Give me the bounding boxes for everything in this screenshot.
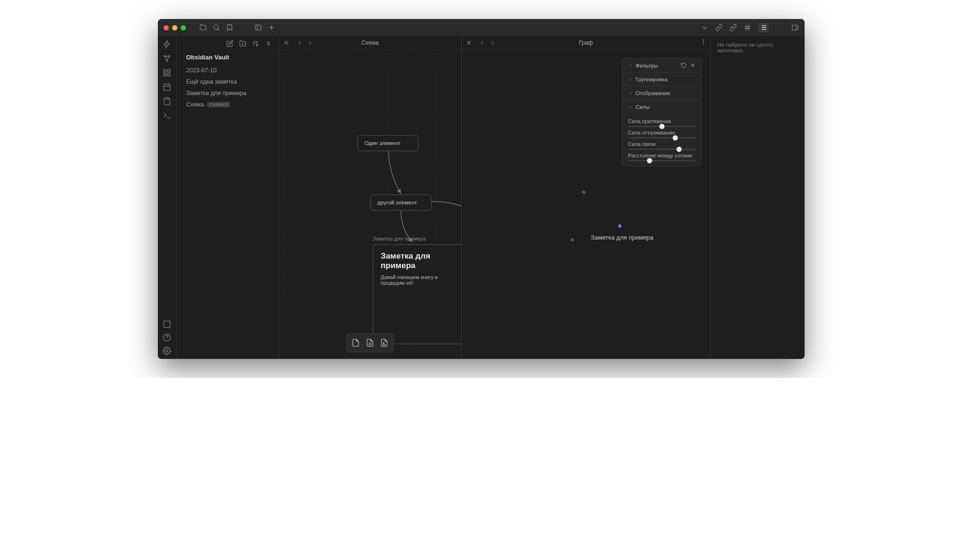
ribbon [158, 36, 177, 359]
help-icon[interactable] [163, 333, 171, 342]
svg-rect-24 [164, 84, 170, 91]
slider-label: Сила притяжения [628, 118, 696, 124]
close-settings-icon[interactable] [690, 62, 696, 68]
canvas-toolbar [346, 333, 394, 352]
app-window: Obsidian Vault 2023-07-10 Ещё одна замет… [158, 19, 805, 359]
file-item[interactable]: СхемаCANVAS [177, 99, 279, 110]
sort-icon[interactable] [252, 40, 259, 47]
canvas-node[interactable]: Один элемент [358, 135, 418, 151]
svg-point-33 [166, 350, 168, 352]
svg-point-45 [703, 39, 703, 40]
svg-point-19 [166, 60, 168, 61]
svg-rect-30 [164, 321, 170, 328]
card-body: Давай напишем книгу и продадим её! [381, 274, 454, 286]
tags-icon[interactable] [744, 24, 751, 31]
nav-forward-icon[interactable] [489, 39, 496, 46]
graph-area[interactable]: Заметка для примера Фильтры [462, 49, 710, 359]
more-options-icon[interactable] [700, 39, 707, 47]
tab-header: Граф [462, 36, 710, 49]
file-list: 2023-07-10 Ещё одна заметка Заметка для … [177, 63, 279, 112]
titlebar [158, 19, 805, 36]
bookmark-icon[interactable] [226, 24, 233, 31]
templates-icon[interactable] [163, 97, 171, 106]
tab-title: Граф [579, 39, 593, 46]
file-item[interactable]: Заметка для примера [177, 87, 279, 99]
file-item[interactable]: 2023-07-10 [177, 65, 279, 76]
link-force-slider[interactable] [628, 149, 696, 150]
close-tab-icon[interactable] [466, 39, 472, 46]
svg-point-0 [214, 25, 218, 29]
backlinks-icon[interactable] [715, 24, 723, 31]
maximize-window-button[interactable] [181, 25, 186, 30]
svg-rect-22 [164, 74, 166, 76]
new-note-icon[interactable] [226, 40, 233, 47]
vault-switcher-icon[interactable] [199, 24, 207, 31]
graph-node[interactable] [571, 238, 574, 241]
svg-rect-15 [792, 25, 798, 30]
graph-pane: Граф Граф Заметка для примера [462, 36, 710, 359]
close-tab-icon[interactable] [283, 39, 290, 46]
file-explorer: Obsidian Vault 2023-07-10 Ещё одна замет… [177, 36, 279, 359]
file-item[interactable]: Ещё одна заметка [177, 76, 279, 87]
new-folder-icon[interactable] [239, 40, 246, 47]
svg-point-42 [383, 343, 384, 344]
center-force-slider[interactable] [628, 126, 696, 127]
outline-pane: Не найдено ни одного заголовка. [710, 36, 805, 359]
vault-icon[interactable] [163, 320, 171, 328]
svg-line-5 [746, 25, 746, 30]
canvas-node[interactable]: другой элемент [370, 194, 431, 211]
outline-empty-message: Не найдено ни одного заголовка. [718, 42, 798, 53]
link-distance-slider[interactable] [628, 160, 696, 161]
svg-rect-1 [255, 25, 261, 30]
chevron-down-icon[interactable] [701, 24, 709, 31]
sidebar-toggle-icon[interactable] [254, 24, 262, 31]
graph-view-icon[interactable] [163, 54, 171, 63]
daily-note-icon[interactable] [163, 83, 171, 91]
svg-rect-28 [165, 98, 168, 99]
vault-title[interactable]: Obsidian Vault [177, 52, 279, 63]
add-media-icon[interactable] [378, 337, 390, 349]
settings-icon[interactable] [163, 347, 171, 355]
svg-rect-23 [168, 74, 170, 76]
graph-settings-panel: Фильтры Группировка Отобра [622, 58, 702, 166]
collapse-icon[interactable] [265, 40, 272, 47]
canvas-area[interactable]: Один элемент другой элемент Заметка для … [279, 49, 461, 359]
command-palette-icon[interactable] [163, 111, 171, 120]
settings-grouping[interactable]: Группировка [622, 73, 701, 87]
close-window-button[interactable] [164, 25, 169, 30]
right-sidebar-toggle-icon[interactable] [791, 24, 799, 31]
graph-node-active[interactable] [618, 224, 622, 228]
settings-display[interactable]: Отображение [622, 87, 701, 100]
settings-filters[interactable]: Фильтры [622, 58, 701, 73]
tab-title: Схема [361, 39, 379, 46]
graph-node[interactable] [582, 191, 585, 194]
canvas-icon[interactable] [163, 68, 171, 77]
settings-forces[interactable]: Силы [622, 100, 701, 114]
forces-body: Сила притяжения Сила отталкивания Сила с… [622, 114, 701, 166]
reset-icon[interactable] [680, 62, 687, 68]
nav-back-icon[interactable] [296, 39, 303, 46]
nav-back-icon[interactable] [479, 39, 486, 46]
add-text-icon[interactable] [364, 337, 376, 349]
canvas-pane: Схема Схема Один элемент [279, 36, 462, 359]
svg-line-6 [748, 25, 749, 30]
canvas-badge: CANVAS [207, 102, 230, 107]
repel-force-slider[interactable] [628, 137, 696, 138]
search-icon[interactable] [213, 24, 220, 31]
quick-switcher-icon[interactable] [163, 40, 171, 48]
graph-node-label: Заметка для примера [591, 234, 654, 241]
slider-label: Сила отталкивания [628, 130, 696, 135]
canvas-card[interactable]: Заметка для примера Давай напишем книгу … [373, 244, 461, 344]
outline-icon[interactable] [758, 23, 768, 32]
svg-rect-21 [168, 69, 170, 72]
main-area: Obsidian Vault 2023-07-10 Ещё одна замет… [158, 36, 805, 359]
minimize-window-button[interactable] [172, 25, 177, 30]
nav-forward-icon[interactable] [307, 39, 313, 46]
svg-rect-20 [164, 69, 166, 72]
outgoing-links-icon[interactable] [729, 24, 737, 31]
card-header-label: Заметка для примера [373, 236, 426, 241]
new-tab-icon[interactable] [268, 24, 275, 31]
tab-header: Схема [279, 36, 461, 49]
add-note-icon[interactable] [350, 337, 362, 349]
svg-point-46 [703, 41, 703, 42]
